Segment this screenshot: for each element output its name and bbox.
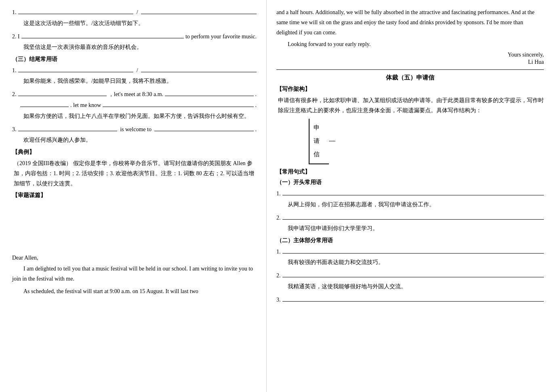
right-author: Li Hua <box>276 59 544 65</box>
common-title: 【常用句式】 <box>276 168 544 176</box>
bracket-right-line <box>329 141 335 141</box>
ending-blank-1a <box>18 72 134 72</box>
ending-num-1: 1. <box>12 65 17 76</box>
blank-1b <box>141 14 257 14</box>
example-text: （2019 全国III卷改编） 假定你是李华，你校将举办音乐节。请写封信邀请你的… <box>12 158 257 189</box>
letter-salutation: Dear Allen, <box>12 255 257 261</box>
ending-blank-2c <box>20 107 69 107</box>
left-item-2-sub: 我坚信这是一次表演你最喜欢的音乐的好机会。 <box>12 42 257 52</box>
right-letter-closing-para: Looking forward to your early reply. <box>276 41 544 48</box>
ending-blank-1b <box>141 72 257 72</box>
ending-item-3: 3. is welcome to . 欢迎任何感兴趣的人参加。 <box>12 124 257 145</box>
ending-let-2: . let me know <box>70 100 101 111</box>
ending-blank-2b <box>165 96 253 96</box>
main-blank-3 <box>282 301 544 302</box>
open-item-2-sub: 我申请写信申请到你们大学里学习。 <box>276 223 544 233</box>
left-item-2-row: 2. I to perform your favorite music. <box>12 31 257 42</box>
open-item-1-row: 1. <box>276 189 544 199</box>
bracket-diagram: 申 请 信 <box>309 119 544 164</box>
ending-item-2-sub: 如果你方便的话，我们上午八点半在学校门外见面。如果不方便，告诉我你什么时候有空。 <box>12 111 257 121</box>
ending-blank-2a <box>18 96 107 96</box>
ending-dot-2: . <box>255 89 257 100</box>
bracket-chars: 申 请 信 <box>314 121 325 161</box>
left-panel: 1. / 这是这次活动的一些细节。/这次活动细节如下。 2. I to perf… <box>0 0 267 392</box>
main-item-3-row: 3. <box>276 295 544 306</box>
main-blank-2 <box>282 277 544 277</box>
ending-is-welcome: is welcome to <box>119 124 153 135</box>
left-item-1-row: 1. / <box>12 7 257 18</box>
suffix-2: to perform your favorite music. <box>185 31 257 42</box>
divider-1 <box>276 69 544 70</box>
right-closing: Yours sincerely, <box>276 52 544 58</box>
open-num-2: 2. <box>276 213 281 224</box>
center-title: 体裁（五）申请信 <box>276 74 544 82</box>
main-item-2-sub: 我精通英语，这使我能够很好地与外国人交流。 <box>276 281 544 291</box>
left-item-2: 2. I to perform your favorite music. 我坚信… <box>12 31 257 52</box>
main-num-3: 3. <box>276 295 281 306</box>
main-item-2: 2. 我精通英语，这使我能够很好地与外国人交流。 <box>276 270 544 291</box>
main-item-1-sub: 我有较强的书面表达能力和交流技巧。 <box>276 257 544 267</box>
open-item-2: 2. 我申请写信申请到你们大学里学习。 <box>276 213 544 234</box>
bracket-writing-title: 【写作架构】 <box>276 86 544 93</box>
blank-2 <box>21 38 184 38</box>
ending-item-1-row: 1. / <box>12 65 257 76</box>
main-title: （二）主体部分常用语 <box>276 237 544 244</box>
item-num-1: 1. <box>12 7 17 18</box>
ending-blank-2d <box>103 107 253 107</box>
analysis-title: 【审题谋篇】 <box>12 192 257 199</box>
ending-item-1: 1. / 如果你能来，我倍感荣幸。/如能早日回复，我将不胜感激。 <box>12 65 257 86</box>
ending-item-3-sub: 欢迎任何感兴趣的人参加。 <box>12 135 257 145</box>
ending-slash-1: / <box>135 65 139 76</box>
ending-blank-3a <box>18 131 117 131</box>
left-item-1-sub: 这是这次活动的一些细节。/这次活动细节如下。 <box>12 18 257 28</box>
blank-1a <box>18 14 134 14</box>
right-letter-cont: and a half hours. Additionally, we will … <box>276 7 544 38</box>
ending-mid-2: ，let's meet at 8:30 a.m. <box>108 89 163 100</box>
ending-item-3-row: 3. is welcome to . <box>12 124 257 135</box>
open-title: （一）开头常用语 <box>276 179 544 186</box>
analysis-space <box>12 201 257 250</box>
bracket-intro: 申请信有很多种，比如求职申请、加入某组织或活动的申请等。由于此类题目常有较多的文… <box>276 95 544 115</box>
letter-para1: I am delighted to tell you that a music … <box>12 264 257 284</box>
main-item-3: 3. <box>276 295 544 306</box>
right-panel: and a half hours. Additionally, we will … <box>267 0 556 392</box>
ending-item-2-row2: . let me know . <box>12 100 257 111</box>
main-item-1-row: 1. <box>276 247 544 258</box>
main-item-1: 1. 我有较强的书面表达能力和交流技巧。 <box>276 247 544 268</box>
ending-num-2: 2. <box>12 89 17 100</box>
ending-num-3: 3. <box>12 124 17 135</box>
bracket-box: 申 请 信 <box>309 119 329 164</box>
slash-1: / <box>135 7 139 18</box>
example-title: 【典例】 <box>12 149 257 156</box>
letter-body: Dear Allen, I am delighted to tell you t… <box>12 255 257 297</box>
ending-item-2: 2. ，let's meet at 8:30 a.m. . . let me k… <box>12 89 257 121</box>
open-item-1: 1. 从网上得知，你们正在招募志愿者，我写信申请这份工作。 <box>276 189 544 210</box>
ending-dot-3: . <box>255 124 257 135</box>
ending-item-1-sub: 如果你能来，我倍感荣幸。/如能早日回复，我将不胜感激。 <box>12 76 257 86</box>
open-num-1: 1. <box>276 189 281 199</box>
ending-blank-3b <box>154 131 253 131</box>
item-num-2: 2. I <box>12 31 20 42</box>
open-item-2-row: 2. <box>276 213 544 224</box>
main-item-2-row: 2. <box>276 270 544 281</box>
ending-dot2-2: . <box>255 100 257 111</box>
open-blank-1 <box>282 195 544 195</box>
ending-item-2-row1: 2. ，let's meet at 8:30 a.m. . <box>12 89 257 100</box>
left-item-1: 1. / 这是这次活动的一些细节。/这次活动细节如下。 <box>12 7 257 28</box>
open-blank-2 <box>282 219 544 220</box>
main-num-2: 2. <box>276 270 281 281</box>
ending-title: （三）结尾常用语 <box>12 56 257 63</box>
main-num-1: 1. <box>276 247 281 258</box>
main-blank-1 <box>282 253 544 254</box>
letter-para2: As scheduled, the festival will start at… <box>12 286 257 296</box>
open-item-1-sub: 从网上得知，你们正在招募志愿者，我写信申请这份工作。 <box>276 199 544 210</box>
